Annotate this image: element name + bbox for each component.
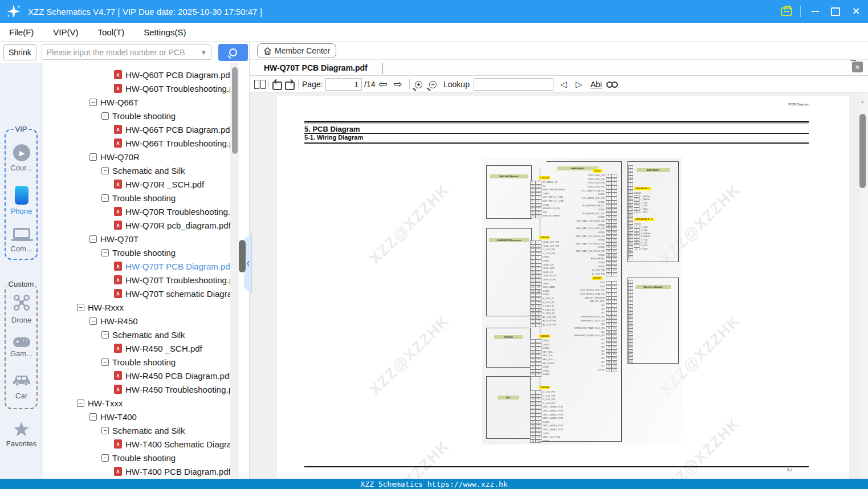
- chevron-down-icon[interactable]: ▼: [201, 49, 207, 56]
- pdf-icon: ∧: [114, 70, 122, 79]
- collapse-icon[interactable]: −: [101, 427, 109, 434]
- collapse-icon[interactable]: −: [101, 194, 109, 202]
- tree-item-node[interactable]: −HW-Txxx: [43, 396, 231, 410]
- tab-document[interactable]: HW-Q70T PCB Diagram.pdf: [264, 63, 368, 72]
- briefcase-icon[interactable]: [781, 7, 792, 16]
- sidebar-item-drone[interactable]: Drone: [0, 294, 43, 324]
- toolbar-divider: [298, 79, 299, 89]
- collapse-icon[interactable]: −: [101, 454, 109, 462]
- tree-item-node[interactable]: −HW-R450: [43, 314, 231, 328]
- zoom-in-button[interactable]: +: [415, 76, 422, 92]
- member-center-button[interactable]: Member Center: [257, 43, 336, 58]
- tree-item-pdf[interactable]: ∧HW-Q66T Troubleshooting.pdf: [43, 136, 231, 150]
- pdf-icon: ∧: [114, 207, 122, 216]
- tree-scrollbar-thumb[interactable]: [232, 67, 238, 154]
- collapse-icon[interactable]: −: [101, 249, 109, 256]
- tree-item-pdf[interactable]: ∧HW-Q70T Troubleshooting.pdf: [43, 273, 231, 287]
- collapse-icon[interactable]: −: [89, 235, 97, 243]
- tree-item-pdf[interactable]: ∧HW-Q70T PCB Diagram.pdf: [43, 259, 231, 273]
- menu-file[interactable]: File(F): [9, 27, 34, 37]
- tree-item-pdf[interactable]: ∧HW-T400 PCB Diagram.pdf: [43, 464, 231, 478]
- tree-item-pdf[interactable]: ∧HW-T400 Schematic Diagram.pdf: [43, 437, 231, 451]
- tree-item-node[interactable]: −Schematic and Silk: [43, 164, 231, 177]
- shrink-button[interactable]: Shrink: [3, 44, 36, 60]
- tree-item-pdf[interactable]: ∧HW-Q70T schematic Diagram.pdf: [43, 287, 231, 300]
- collapse-icon[interactable]: −: [89, 413, 97, 421]
- two-page-view-button[interactable]: [254, 76, 266, 92]
- tree-item-node[interactable]: −HW-Q70T: [43, 232, 231, 246]
- collapse-icon[interactable]: −: [77, 400, 84, 407]
- tree-item-label: Trouble shooting: [112, 357, 176, 367]
- model-search-box[interactable]: ▼: [42, 44, 211, 60]
- search-button[interactable]: [218, 44, 248, 61]
- tree-item-pdf[interactable]: ∧HW-R450 PCB Diagram.pdf: [43, 369, 231, 382]
- tree-item-pdf[interactable]: ∧HW-Q60T Troubleshooting.pdf: [43, 82, 231, 95]
- maximize-button[interactable]: [829, 5, 842, 18]
- tree-item-node[interactable]: −Schematic and Silk: [43, 423, 231, 437]
- sidebar-item-favorites[interactable]: Favorites: [0, 422, 43, 448]
- search-input[interactable]: [42, 48, 196, 57]
- scroll-up-icon[interactable]: ⌃: [860, 100, 865, 107]
- rotate-left-button[interactable]: [272, 76, 282, 92]
- collapse-icon[interactable]: −: [101, 331, 109, 339]
- tree-item-node[interactable]: −HW-T400: [43, 410, 231, 423]
- collapse-icon[interactable]: −: [101, 112, 109, 120]
- tree-item-pdf[interactable]: ∧HW-R450 Troubleshooting.pdf: [43, 382, 231, 396]
- sidebar-item-course[interactable]: ▶ Cour...: [0, 144, 43, 172]
- tree-item-node[interactable]: −HW-Rxxx: [43, 300, 231, 314]
- pdf-icon: ∧: [114, 221, 122, 230]
- menu-tool[interactable]: Tool(T): [98, 27, 125, 37]
- rotate-right-button[interactable]: [285, 76, 295, 92]
- two-page-icon: [254, 80, 266, 89]
- close-tab-icon[interactable]: ✕: [852, 62, 863, 72]
- watermark: XZZ@XZZHK: [366, 312, 453, 399]
- tree-item-pdf[interactable]: ∧HW-Q66T PCB Diagram.pdf: [43, 123, 231, 136]
- zoom-out-button[interactable]: −: [429, 76, 437, 92]
- find-next-button[interactable]: ▷: [576, 76, 582, 92]
- tree-item-node[interactable]: −Schematic and Silk: [43, 328, 231, 341]
- collapse-icon[interactable]: −: [89, 153, 97, 161]
- prev-page-button[interactable]: ⇦: [378, 76, 388, 92]
- sidebar-item-game[interactable]: Gam...: [0, 337, 43, 358]
- tree-item-pdf[interactable]: ∧HW-R450 _SCH.pdf: [43, 341, 231, 355]
- tree-item-node[interactable]: −Trouble shooting: [43, 451, 231, 464]
- module-amp-assy: AMP ASSY. SPEAKER L CN5001 1L_MATH+2L_MA…: [627, 161, 679, 262]
- page-number-input[interactable]: [325, 78, 362, 91]
- panel-scrollbar-thumb[interactable]: [239, 240, 246, 272]
- collapse-icon[interactable]: −: [89, 99, 97, 106]
- lookup-input[interactable]: [474, 78, 553, 91]
- menu-settings[interactable]: Settings(S): [144, 27, 186, 37]
- tree-item-node[interactable]: −Trouble shooting: [43, 355, 231, 369]
- sidebar-item-phone[interactable]: Phone: [0, 186, 43, 215]
- sidebar-item-car[interactable]: Car: [0, 373, 43, 400]
- tree-item-node[interactable]: −HW-Q70R: [43, 150, 231, 164]
- vip-group-legend: VIP: [14, 125, 29, 133]
- tree-item-node[interactable]: −Trouble shooting: [43, 191, 231, 205]
- collapse-icon[interactable]: −: [101, 167, 109, 174]
- sidebar-item-computer[interactable]: Com...: [0, 228, 43, 253]
- laptop-icon: [13, 228, 30, 239]
- find-prev-button[interactable]: ◁: [560, 76, 567, 92]
- tree-item-node[interactable]: −HW-Q66T: [43, 95, 231, 109]
- tree-item-label: HW-T400 PCB Diagram.pdf: [125, 467, 231, 476]
- tree-item-label: HW-R450 _SCH.pdf: [125, 344, 202, 353]
- close-button[interactable]: ✕: [850, 5, 862, 18]
- watermark: XZZ@XZZHK: [366, 437, 453, 479]
- next-page-button[interactable]: ⇨: [393, 76, 402, 92]
- tree-item-pdf[interactable]: ∧HW-Q70R Troubleshooting.pdf: [43, 205, 231, 218]
- collapse-icon[interactable]: −: [101, 358, 109, 366]
- tree-item-pdf[interactable]: ∧HW-Q60T PCB Diagram.pdf: [43, 68, 231, 82]
- collapse-icon[interactable]: −: [89, 317, 97, 325]
- pdf-scrollbar-thumb[interactable]: [859, 114, 866, 188]
- tree-item-pdf[interactable]: ∧HW-Q70R pcb_diagram.pdf: [43, 218, 231, 232]
- window-title: XZZ Schematics V4.77 [ VIP Due date: 202…: [28, 7, 262, 17]
- tree-item-node[interactable]: −Trouble shooting: [43, 109, 231, 123]
- tree-item-node[interactable]: −Trouble shooting: [43, 246, 231, 259]
- minimize-button[interactable]: [809, 5, 821, 18]
- menu-vip[interactable]: VIP(V): [53, 27, 78, 37]
- search-all-button[interactable]: [606, 76, 618, 92]
- rule: [304, 124, 809, 124]
- tree-item-pdf[interactable]: ∧HW-Q70R _SCH.pdf: [43, 177, 231, 191]
- match-case-toggle[interactable]: Abi: [590, 76, 602, 92]
- collapse-icon[interactable]: −: [77, 304, 84, 311]
